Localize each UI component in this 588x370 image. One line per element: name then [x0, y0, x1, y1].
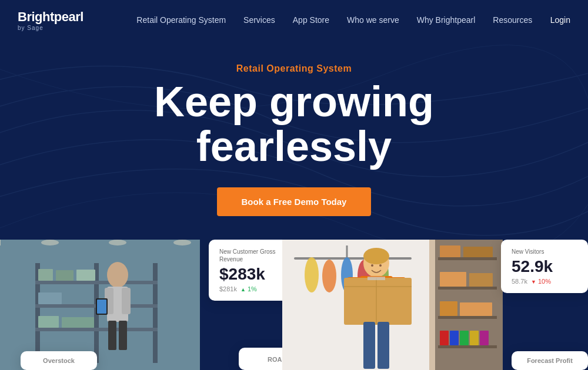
svg-rect-15	[38, 316, 59, 328]
person-photo	[282, 240, 503, 370]
visitors-sub-value: 58.7k	[512, 278, 527, 285]
svg-rect-61	[450, 331, 459, 345]
navigation: Brightpearl by Sage Retail Operating Sys…	[0, 0, 588, 40]
visitors-value: 52.9k	[512, 258, 577, 276]
svg-rect-5	[35, 304, 99, 308]
warehouse-illustration	[0, 240, 200, 370]
revenue-sub-value: $281k	[219, 285, 237, 292]
svg-rect-10	[38, 269, 53, 281]
nav-link-who[interactable]: Who we serve	[347, 15, 399, 25]
overstock-card: Overstock	[21, 351, 97, 370]
svg-rect-13	[38, 292, 62, 304]
svg-point-65	[371, 264, 373, 267]
svg-rect-64	[480, 331, 489, 345]
nav-link-retail[interactable]: Retail Operating System	[136, 15, 226, 25]
person-illustration	[282, 240, 503, 370]
svg-rect-43	[344, 278, 412, 325]
svg-rect-48	[377, 322, 389, 369]
svg-rect-51	[438, 287, 497, 290]
svg-rect-54	[440, 245, 460, 257]
cards-section: New Customer Gross Revenue $283k $281k 1…	[0, 240, 588, 370]
cta-button[interactable]: Book a Free Demo Today	[217, 187, 372, 216]
svg-rect-16	[62, 317, 94, 328]
forecast-card: Forecast Profit	[512, 351, 588, 370]
hero-section: Retail Operating System Keep growing fea…	[0, 40, 588, 240]
hero-tagline: Retail Operating System	[236, 63, 352, 74]
svg-rect-63	[470, 331, 479, 345]
svg-rect-24	[97, 300, 106, 314]
svg-point-39	[363, 248, 389, 264]
visitors-label: New Visitors	[512, 248, 577, 255]
svg-rect-6	[35, 328, 99, 331]
svg-rect-62	[460, 331, 469, 345]
overstock-label: Overstock	[43, 357, 75, 364]
visitors-sub: 58.7k 10%	[512, 278, 577, 285]
visitors-card: New Visitors 52.9k 58.7k 10%	[501, 240, 588, 293]
hero-title-line2: fearlessly	[196, 123, 392, 170]
nav-link-services[interactable]: Services	[243, 15, 275, 25]
nav-links: Retail Operating System Services App Sto…	[119, 15, 550, 25]
svg-rect-60	[440, 331, 449, 345]
visitors-change: 10%	[531, 278, 551, 285]
svg-point-28	[173, 240, 191, 245]
svg-rect-12	[76, 270, 95, 281]
svg-rect-58	[440, 301, 457, 316]
svg-point-34	[322, 260, 336, 292]
svg-point-26	[41, 240, 59, 245]
svg-rect-57	[469, 273, 493, 287]
forecast-label: Forecast Profit	[527, 357, 573, 364]
logo[interactable]: Brightpearl by Sage	[18, 9, 83, 31]
hero-title: Keep growing fearlessly	[154, 80, 434, 169]
logo-sub: by Sage	[18, 25, 83, 31]
svg-rect-52	[438, 316, 497, 319]
svg-rect-21	[108, 321, 116, 350]
svg-rect-47	[363, 322, 375, 369]
nav-link-appstore[interactable]: App Store	[293, 15, 329, 25]
revenue-sub: $281k 1%	[219, 285, 285, 292]
svg-rect-14	[65, 293, 79, 304]
revenue-change: 1%	[240, 285, 257, 292]
revenue-value: $283k	[219, 265, 285, 284]
nav-link-resources[interactable]: Resources	[493, 15, 532, 25]
svg-rect-11	[56, 270, 74, 281]
svg-rect-59	[460, 302, 492, 316]
revenue-label: New Customer Gross Revenue	[219, 248, 285, 263]
svg-point-66	[379, 264, 382, 267]
svg-rect-46	[368, 277, 385, 280]
warehouse-photo	[0, 240, 200, 370]
svg-rect-20	[122, 288, 131, 314]
hero-title-line1: Keep growing	[154, 78, 434, 125]
svg-rect-50	[438, 257, 497, 260]
svg-rect-22	[119, 321, 127, 350]
svg-point-17	[107, 262, 128, 288]
login-link[interactable]: Login	[550, 15, 570, 25]
svg-rect-9	[99, 328, 158, 331]
logo-text: Brightpearl	[18, 9, 83, 25]
nav-link-why[interactable]: Why Brightpearl	[417, 15, 476, 25]
svg-rect-4	[35, 281, 99, 284]
svg-rect-53	[438, 345, 497, 348]
svg-rect-56	[440, 272, 466, 287]
svg-rect-55	[463, 247, 493, 257]
svg-point-27	[109, 240, 126, 245]
svg-rect-3	[153, 263, 158, 363]
svg-rect-7	[99, 281, 158, 284]
svg-point-33	[305, 257, 319, 292]
